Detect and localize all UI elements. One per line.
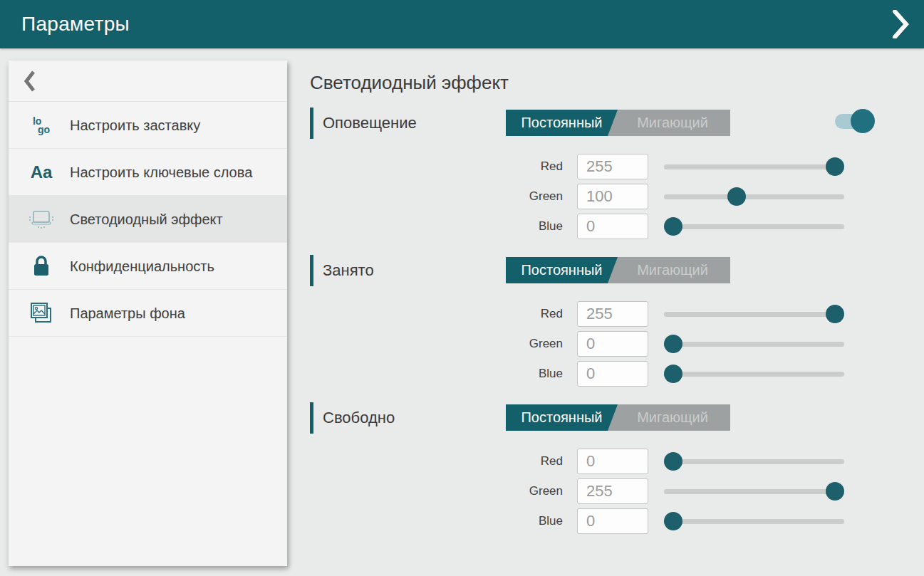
- sidebar-item-privacy[interactable]: Конфиденциальность: [9, 243, 287, 290]
- slider-track: [664, 342, 844, 347]
- section-accent-bar: [310, 255, 313, 286]
- slider-thumb[interactable]: [664, 335, 682, 353]
- mode-segmented-control: Постоянный Мигающий: [506, 257, 730, 283]
- slider-track: [664, 459, 844, 464]
- channel-label: Red: [310, 307, 563, 321]
- slider-track: [664, 164, 844, 169]
- section-accent-bar: [310, 402, 313, 434]
- section-label: Занято: [323, 261, 374, 280]
- channel-row-green: Green: [310, 329, 924, 359]
- sidebar-back-button[interactable]: [9, 61, 287, 102]
- green-slider[interactable]: [664, 482, 844, 501]
- red-value-input[interactable]: [577, 154, 648, 179]
- slider-track: [664, 372, 844, 377]
- background-images-icon: [27, 302, 56, 325]
- green-value-input[interactable]: [577, 331, 648, 357]
- slider-thumb[interactable]: [826, 482, 844, 501]
- red-value-input[interactable]: [577, 449, 648, 474]
- lock-icon: [27, 256, 56, 277]
- slider-track: [664, 312, 844, 317]
- blue-slider[interactable]: [664, 217, 844, 236]
- green-slider[interactable]: [664, 335, 844, 353]
- slider-thumb[interactable]: [826, 157, 844, 176]
- main-content: Светодиодный эффект Оповещение Постоянны…: [310, 48, 924, 576]
- section-busy: Занято Постоянный Мигающий Red Green: [310, 255, 924, 389]
- channel-label: Red: [310, 159, 563, 174]
- channel-label: Green: [310, 189, 563, 204]
- slider-thumb[interactable]: [664, 512, 682, 530]
- sidebar-item-led-effect[interactable]: Светодиодный эффект: [9, 196, 287, 243]
- blue-value-input[interactable]: [577, 361, 648, 387]
- channel-label: Blue: [310, 367, 563, 381]
- red-slider[interactable]: [664, 157, 844, 176]
- green-value-input[interactable]: [577, 478, 648, 504]
- mode-solid-button[interactable]: Постоянный: [506, 257, 618, 283]
- blue-slider[interactable]: [664, 365, 844, 383]
- red-slider[interactable]: [664, 305, 844, 323]
- toggle-thumb: [851, 109, 875, 133]
- app-header: Параметры: [0, 0, 924, 48]
- channel-label: Red: [310, 454, 563, 468]
- sidebar: lo go Настроить заставку Aa Настроить кл…: [9, 61, 287, 566]
- mode-segmented-control: Постоянный Мигающий: [506, 404, 730, 431]
- font-icon: Aa: [27, 162, 56, 182]
- mode-solid-button[interactable]: Постоянный: [506, 110, 618, 136]
- sidebar-item-label: Настроить заставку: [70, 116, 200, 135]
- section-accent-bar: [310, 108, 313, 139]
- mode-segmented-control: Постоянный Мигающий: [506, 110, 730, 136]
- slider-thumb[interactable]: [826, 305, 844, 323]
- mode-blinking-button[interactable]: Мигающий: [608, 257, 730, 283]
- sidebar-item-label: Конфиденциальность: [70, 257, 214, 276]
- section-alert: Оповещение Постоянный Мигающий Red Green: [310, 108, 924, 241]
- sidebar-item-screensaver[interactable]: lo go Настроить заставку: [9, 102, 287, 149]
- channel-row-red: Red: [310, 152, 924, 182]
- section-free: Свободно Постоянный Мигающий Red Green: [310, 402, 924, 536]
- slider-track: [664, 519, 844, 524]
- sidebar-item-label: Настроить ключевые слова: [70, 163, 252, 182]
- slider-thumb[interactable]: [664, 217, 682, 236]
- content-title: Светодиодный эффект: [310, 72, 924, 94]
- section-label: Свободно: [323, 409, 395, 427]
- green-value-input[interactable]: [577, 184, 648, 209]
- channel-row-red: Red: [310, 446, 924, 476]
- blue-value-input[interactable]: [577, 214, 648, 239]
- slider-thumb[interactable]: [727, 187, 746, 206]
- blue-value-input[interactable]: [577, 508, 648, 534]
- forward-chevron-icon[interactable]: [891, 10, 910, 38]
- sidebar-item-keywords[interactable]: Aa Настроить ключевые слова: [9, 149, 287, 196]
- channel-row-green: Green: [310, 476, 924, 506]
- blue-slider[interactable]: [664, 512, 844, 530]
- slider-track: [664, 489, 844, 494]
- green-slider[interactable]: [664, 187, 844, 206]
- slider-track: [664, 224, 844, 229]
- slider-thumb[interactable]: [664, 365, 682, 383]
- channel-label: Blue: [310, 219, 563, 234]
- channel-row-red: Red: [310, 299, 924, 329]
- channel-row-blue: Blue: [310, 506, 924, 536]
- slider-track: [664, 194, 844, 199]
- mode-blinking-button[interactable]: Мигающий: [608, 404, 730, 431]
- section-label: Оповещение: [323, 114, 417, 132]
- channel-label: Blue: [310, 514, 563, 528]
- slider-thumb[interactable]: [664, 452, 682, 471]
- led-display-icon: [27, 209, 56, 230]
- sidebar-item-label: Светодиодный эффект: [70, 210, 223, 229]
- logo-icon: lo go: [27, 117, 56, 134]
- channel-label: Green: [310, 484, 563, 498]
- mode-solid-button[interactable]: Постоянный: [506, 404, 618, 431]
- channel-row-blue: Blue: [310, 359, 924, 389]
- red-slider[interactable]: [664, 452, 844, 471]
- sidebar-item-background[interactable]: Параметры фона: [9, 290, 287, 337]
- channel-label: Green: [310, 337, 563, 351]
- mode-blinking-button[interactable]: Мигающий: [608, 110, 730, 136]
- sidebar-item-label: Параметры фона: [70, 304, 185, 323]
- channel-row-green: Green: [310, 182, 924, 211]
- channel-row-blue: Blue: [310, 211, 924, 241]
- back-chevron-icon: [24, 70, 36, 92]
- page-title: Параметры: [21, 13, 130, 36]
- alert-enabled-toggle[interactable]: [835, 108, 875, 134]
- red-value-input[interactable]: [577, 301, 648, 327]
